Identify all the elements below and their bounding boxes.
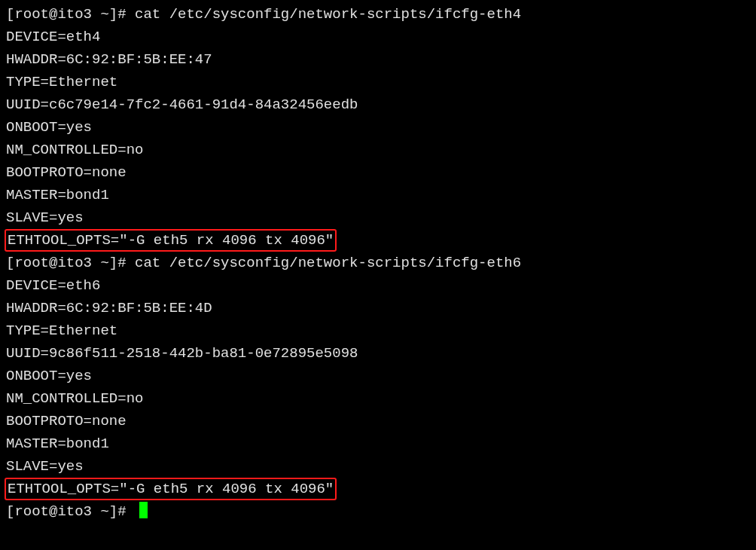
output-line: UUID=c6c79e14-7fc2-4661-91d4-84a32456eed… [6, 93, 750, 116]
output-line: SLAVE=yes [6, 206, 750, 229]
terminal-line: [root@ito3 ~]# cat /etc/sysconfig/networ… [6, 3, 750, 26]
output-line: NM_CONTROLLED=no [6, 387, 750, 410]
highlight-annotation: ETHTOOL_OPTS="-G eth5 rx 4096 tx 4096" [6, 229, 750, 252]
output-line: DEVICE=eth4 [6, 26, 750, 48]
output-line: DEVICE=eth6 [6, 274, 750, 297]
output-line: BOOTPROTO=none [6, 410, 750, 432]
command-text: cat /etc/sysconfig/network-scripts/ifcfg… [135, 6, 521, 23]
output-line: MASTER=bond1 [6, 432, 750, 455]
cursor-icon [139, 502, 148, 518]
output-line: SLAVE=yes [6, 455, 750, 478]
output-line: MASTER=bond1 [6, 184, 750, 206]
output-line: HWADDR=6C:92:BF:5B:EE:4D [6, 297, 750, 319]
output-line: NM_CONTROLLED=no [6, 139, 750, 161]
command-text: cat /etc/sysconfig/network-scripts/ifcfg… [135, 255, 521, 271]
terminal-line: [root@ito3 ~]# cat /etc/sysconfig/networ… [6, 252, 750, 274]
output-line: HWADDR=6C:92:BF:5B:EE:47 [6, 48, 750, 71]
shell-prompt: [root@ito3 ~]# [6, 503, 139, 520]
output-line: ONBOOT=yes [6, 365, 750, 387]
output-line: ONBOOT=yes [6, 116, 750, 139]
highlight-box: ETHTOOL_OPTS="-G eth5 rx 4096 tx 4096" [5, 478, 337, 500]
terminal-line[interactable]: [root@ito3 ~]# [6, 500, 750, 523]
highlight-annotation: ETHTOOL_OPTS="-G eth5 rx 4096 tx 4096" [6, 478, 750, 500]
output-line: TYPE=Ethernet [6, 319, 750, 342]
output-line: BOOTPROTO=none [6, 161, 750, 184]
shell-prompt: [root@ito3 ~]# [6, 255, 135, 271]
highlight-box: ETHTOOL_OPTS="-G eth5 rx 4096 tx 4096" [5, 229, 337, 252]
output-line: UUID=9c86f511-2518-442b-ba81-0e72895e509… [6, 342, 750, 365]
shell-prompt: [root@ito3 ~]# [6, 6, 135, 23]
output-line: TYPE=Ethernet [6, 71, 750, 93]
